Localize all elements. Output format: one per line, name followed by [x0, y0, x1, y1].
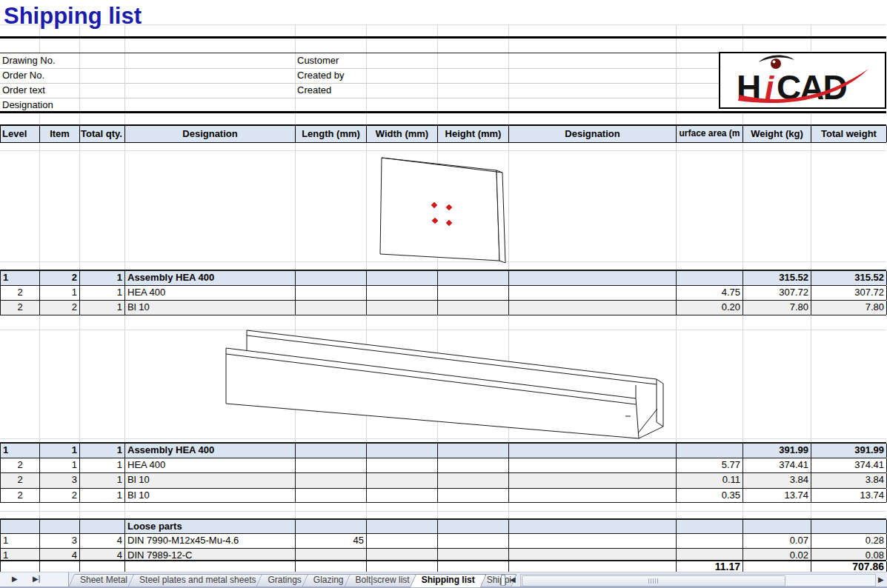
cell-item[interactable]: 2: [40, 489, 80, 502]
cell-length[interactable]: 45: [296, 534, 367, 548]
cell-designation2[interactable]: [509, 458, 677, 472]
cell-width[interactable]: [367, 534, 438, 548]
tab-scroll-last-button[interactable]: ▶|: [33, 575, 40, 583]
cell-designation2[interactable]: [509, 473, 677, 488]
cell-item[interactable]: [40, 520, 80, 533]
cell-designation[interactable]: [125, 561, 296, 572]
cell-weight[interactable]: 315.52: [743, 271, 811, 285]
cell-surface-area[interactable]: [677, 444, 743, 458]
cell-length[interactable]: [296, 561, 367, 572]
total-surface-area[interactable]: 11.17: [677, 561, 743, 572]
cell-height[interactable]: [438, 473, 509, 488]
cell-width[interactable]: [367, 520, 438, 533]
cell-surface-area[interactable]: 0.35: [677, 489, 743, 502]
cell-height[interactable]: [438, 534, 509, 548]
cell-level[interactable]: 2: [1, 286, 40, 300]
cell-width[interactable]: [367, 286, 438, 300]
sheet-tab-bolt-screw-list[interactable]: Bolt|screw list: [347, 573, 419, 587]
cell-total-weight[interactable]: 13.74: [811, 489, 887, 502]
cell-designation[interactable]: Loose parts: [125, 520, 296, 533]
cell-height[interactable]: [438, 271, 509, 285]
cell-weight[interactable]: 13.74: [743, 489, 811, 502]
cell-surface-area[interactable]: 0.11: [677, 473, 743, 488]
sheet-tab-steel-plates-and-metal-sheets[interactable]: Steel plates and metal sheets: [130, 573, 265, 587]
cell-item[interactable]: 1: [40, 286, 80, 300]
cell-total-weight[interactable]: 315.52: [811, 271, 887, 285]
cell-designation[interactable]: Bl 10: [125, 489, 296, 502]
cell-item[interactable]: 3: [40, 473, 80, 488]
cell-designation[interactable]: Assembly HEA 400: [125, 444, 296, 458]
hscroll-right-button[interactable]: ▶: [878, 575, 884, 584]
cell-height[interactable]: [438, 489, 509, 502]
cell-item[interactable]: 3: [40, 534, 80, 548]
cell-length[interactable]: [296, 520, 367, 533]
cell-width[interactable]: [367, 301, 438, 315]
cell-designation[interactable]: DIN 7990-M12x45-Mu-4.6: [125, 534, 296, 548]
cell-level[interactable]: 1: [1, 549, 40, 560]
cell-width[interactable]: [367, 271, 438, 285]
cell-level[interactable]: 1: [1, 271, 40, 285]
cell-total-weight[interactable]: 3.84: [811, 473, 887, 488]
horizontal-scrollbar[interactable]: [520, 574, 876, 587]
cell-length[interactable]: [296, 549, 367, 560]
cell-level[interactable]: [1, 561, 40, 572]
cell-level[interactable]: 1: [1, 444, 40, 458]
cell-qty[interactable]: 1: [80, 489, 125, 502]
sheet-tab-sheet-metal[interactable]: Sheet Metal: [71, 573, 136, 587]
cell-length[interactable]: [296, 271, 367, 285]
cell-height[interactable]: [438, 286, 509, 300]
cell-length[interactable]: [296, 473, 367, 488]
cell-weight[interactable]: 0.02: [743, 549, 811, 560]
cell-total-weight[interactable]: 391.99: [811, 444, 887, 458]
cell-length[interactable]: [296, 444, 367, 458]
cell-designation[interactable]: Bl 10: [125, 301, 296, 315]
cell-item[interactable]: [40, 561, 80, 572]
cell-height[interactable]: [438, 458, 509, 472]
partial-tab[interactable]: [501, 575, 505, 586]
cell-qty[interactable]: 1: [80, 444, 125, 458]
cell-qty[interactable]: 1: [80, 271, 125, 285]
cell-surface-area[interactable]: 4.75: [677, 286, 743, 300]
cell-designation2[interactable]: [509, 286, 677, 300]
cell-weight[interactable]: 307.72: [743, 286, 811, 300]
cell-designation[interactable]: HEA 400: [125, 458, 296, 472]
cell-item[interactable]: 4: [40, 549, 80, 560]
cell-length[interactable]: [296, 301, 367, 315]
cell-level[interactable]: 2: [1, 301, 40, 315]
cell-weight[interactable]: 3.84: [743, 473, 811, 488]
cell-designation2[interactable]: [509, 301, 677, 315]
cell-surface-area[interactable]: [677, 549, 743, 560]
cell-surface-area[interactable]: [677, 534, 743, 548]
cell-length[interactable]: [296, 489, 367, 502]
cell-width[interactable]: [367, 473, 438, 488]
cell-designation[interactable]: Assembly HEA 400: [125, 271, 296, 285]
total-weight-sum[interactable]: 707.86: [811, 561, 887, 572]
cell-item[interactable]: 1: [40, 444, 80, 458]
cell-total-weight[interactable]: 0.08: [811, 549, 887, 560]
cell-length[interactable]: [296, 286, 367, 300]
cell-width[interactable]: [367, 549, 438, 560]
cell-weight[interactable]: 374.41: [743, 458, 811, 472]
cell-height[interactable]: [438, 520, 509, 533]
cell-total-weight[interactable]: 0.28: [811, 534, 887, 548]
cell-length[interactable]: [296, 458, 367, 472]
drawing-plate-with-holes[interactable]: [374, 152, 511, 270]
cell-designation2[interactable]: [509, 561, 677, 572]
cell-weight[interactable]: [743, 561, 811, 572]
cell-total-weight[interactable]: 307.72: [811, 286, 887, 300]
cell-width[interactable]: [367, 561, 438, 572]
cell-designation2[interactable]: [509, 444, 677, 458]
cell-surface-area[interactable]: 5.77: [677, 458, 743, 472]
cell-height[interactable]: [438, 301, 509, 315]
cell-qty[interactable]: [80, 520, 125, 533]
cell-total-weight[interactable]: 374.41: [811, 458, 887, 472]
cell-level[interactable]: [1, 520, 40, 533]
cell-height[interactable]: [438, 549, 509, 560]
cell-total-weight[interactable]: 7.80: [811, 301, 887, 315]
cell-item[interactable]: 2: [40, 301, 80, 315]
cell-qty[interactable]: [80, 561, 125, 572]
cell-width[interactable]: [367, 458, 438, 472]
cell-qty[interactable]: 1: [80, 473, 125, 488]
cell-height[interactable]: [438, 444, 509, 458]
cell-width[interactable]: [367, 489, 438, 502]
